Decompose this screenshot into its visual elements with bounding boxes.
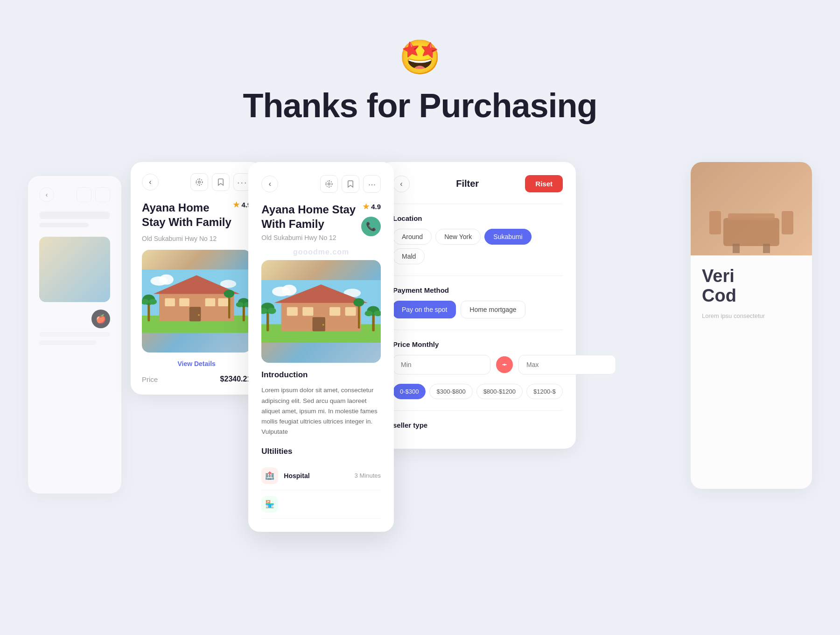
tag-newyork[interactable]: New York	[435, 229, 481, 245]
intro-section: Introduction Lorem ipsum dolor sit amet,…	[261, 370, 381, 437]
utility-name-hospital: Hospital	[284, 472, 309, 480]
svg-rect-11	[189, 307, 201, 322]
seller-section: seller type	[393, 421, 563, 429]
back-button-left[interactable]: ‹	[142, 174, 159, 190]
card-far-left: ‹ 🍎	[28, 176, 121, 494]
watermark: gooodme.com	[261, 248, 381, 256]
tag-mald[interactable]: Mald	[393, 248, 425, 264]
ar-icon-btn[interactable]	[190, 173, 208, 191]
card-header-left: ‹ ···	[142, 173, 251, 191]
svg-point-25	[328, 183, 330, 185]
card-filter: ‹ Filter Riset Location Around New York …	[380, 162, 576, 449]
call-button[interactable]: 📞	[361, 217, 381, 236]
price-max-input[interactable]	[518, 355, 616, 374]
svg-point-1	[196, 179, 203, 185]
bookmark-icon-btn-center[interactable]	[342, 175, 359, 193]
card-property-left: ‹ ··· Ayana Home Stay With Family	[131, 162, 262, 395]
utility-left-hospital: 🏥 Hospital	[261, 467, 309, 484]
svg-point-51	[504, 364, 505, 366]
svg-point-12	[198, 314, 200, 316]
star-icon-center: ★	[363, 202, 369, 211]
tag-home-mortgage[interactable]: Home mortgage	[461, 301, 525, 318]
property-image-center	[261, 260, 381, 363]
location-section: Location Around New York Sukabumi Mald	[393, 214, 563, 264]
card-verify: Veri Cod Lorem ipsu consectetur	[691, 162, 812, 489]
property-name-center: Ayana Home Stay With Family	[261, 202, 361, 231]
svg-point-21	[236, 302, 244, 307]
ar-icon-btn-center[interactable]	[320, 175, 338, 193]
view-details-link[interactable]: View Details	[142, 360, 251, 367]
svg-rect-55	[763, 244, 770, 253]
price-row-left: Price $2340.21	[142, 375, 251, 383]
card-property-center: ‹ ··· Ayan	[248, 162, 394, 532]
svg-rect-54	[733, 244, 740, 253]
svg-point-29	[282, 285, 297, 296]
svg-rect-53	[728, 213, 775, 220]
card-header-center: ‹ ···	[261, 175, 381, 193]
bookmark-icon-btn[interactable]	[212, 173, 230, 191]
price-section: Price Monthly 0-$300 $300-$800 $800-$120…	[393, 340, 563, 399]
payment-tags: Pay on the spot Home mortgage	[393, 301, 563, 318]
page-title: Thanks for Purchasing	[0, 86, 840, 125]
hospital-icon: 🏥	[261, 467, 278, 484]
svg-rect-9	[165, 298, 175, 306]
svg-rect-38	[329, 307, 340, 316]
tag-around[interactable]: Around	[393, 229, 432, 245]
property-address-center: Old Sukabumi Hwy No 12	[261, 234, 361, 241]
intro-title: Introduction	[261, 370, 381, 380]
payment-section: Payment Method Pay on the spot Home mort…	[393, 286, 563, 318]
svg-rect-48	[358, 304, 360, 329]
location-label: Location	[393, 214, 563, 222]
reset-button[interactable]: Riset	[525, 175, 563, 192]
svg-point-4	[159, 275, 174, 285]
price-min-input[interactable]	[393, 355, 490, 374]
location-tags: Around New York Sukabumi Mald	[393, 229, 563, 264]
price-label-left: Price	[142, 375, 158, 383]
back-button-center[interactable]: ‹	[261, 176, 278, 192]
svg-point-18	[149, 299, 157, 304]
payment-label: Payment Method	[393, 286, 563, 294]
price-swap-button[interactable]	[496, 356, 513, 373]
tag-sukabumi[interactable]: Sukabumi	[484, 229, 531, 245]
more-icon-btn-center[interactable]: ···	[363, 175, 381, 193]
property-title-row-center: Ayana Home Stay With Family Old Sukabumi…	[261, 202, 381, 249]
svg-point-49	[354, 298, 364, 307]
filter-divider-2	[393, 275, 563, 276]
filter-header: ‹ Filter Riset	[393, 175, 563, 192]
filter-divider-3	[393, 330, 563, 330]
property-title-row-left: Ayana Home Stay With Family ★ 4.9	[142, 200, 251, 232]
price-chip-1200-plus[interactable]: $1200-$	[526, 384, 563, 399]
svg-point-24	[224, 290, 234, 298]
back-button-filter[interactable]: ‹	[393, 176, 410, 192]
utility-hospital: 🏥 Hospital 3 Minutes	[261, 462, 381, 490]
svg-point-26	[326, 181, 332, 187]
svg-point-46	[365, 311, 373, 317]
price-chip-0-300[interactable]: 0-$300	[393, 384, 426, 399]
utility-time-hospital: 3 Minutes	[355, 472, 381, 479]
svg-rect-56	[709, 211, 721, 234]
svg-point-43	[268, 308, 276, 314]
intro-text: Lorem ipsum dolor sit amet, consectetur …	[261, 385, 381, 437]
price-chip-300-800[interactable]: $300-$800	[429, 384, 472, 399]
svg-rect-14	[218, 298, 228, 306]
svg-rect-35	[303, 307, 314, 316]
seller-label: seller type	[393, 421, 563, 429]
tag-pay-spot[interactable]: Pay on the spot	[393, 301, 456, 318]
svg-point-0	[198, 181, 201, 183]
svg-rect-52	[723, 218, 779, 246]
filter-divider-1	[393, 204, 563, 204]
price-range-row	[393, 355, 563, 374]
utilities-title: Ultilities	[261, 447, 381, 456]
far-right-desc: Lorem ipsu consectetur	[702, 311, 801, 321]
filter-title: Filter	[456, 178, 479, 189]
svg-rect-34	[287, 307, 298, 316]
utility-left-second: 🏪	[261, 496, 278, 513]
svg-rect-23	[228, 296, 230, 318]
price-chip-800-1200[interactable]: $800-$1200	[476, 384, 523, 399]
card-icons-center: ···	[320, 175, 381, 193]
property-name-left: Ayana Home Stay With Family	[142, 200, 233, 229]
cards-container: ‹ 🍎 ‹	[0, 162, 840, 532]
svg-rect-10	[179, 298, 189, 306]
price-value-left: $2340.21	[220, 375, 252, 383]
star-icon-left: ★	[233, 200, 239, 209]
